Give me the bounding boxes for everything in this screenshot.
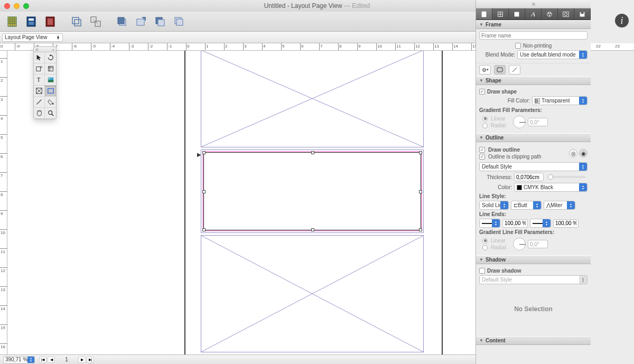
inspector-drag-handle[interactable]: [476, 0, 591, 8]
non-printing-checkbox[interactable]: [515, 43, 521, 49]
section-header-frame[interactable]: Frame: [476, 20, 591, 29]
shape-mode-line[interactable]: [509, 65, 520, 74]
svg-text:T: T: [37, 77, 41, 83]
view-mode-select[interactable]: Layout Page View ▲▼: [2, 33, 63, 42]
tools-palette[interactable]: « T: [33, 46, 57, 119]
grad-linear-radio[interactable]: [482, 116, 488, 122]
fill-color-select[interactable]: ⊠Transparent: [532, 96, 588, 105]
inspector-tab-geometry[interactable]: [492, 8, 509, 20]
shadow-style-select[interactable]: Default Style: [479, 275, 588, 284]
svg-line-42: [51, 114, 53, 116]
outline-grad-linear-radio[interactable]: [482, 238, 488, 244]
frame-options-gear[interactable]: ⚙▾: [479, 65, 491, 74]
tool-crop[interactable]: [45, 63, 56, 74]
resize-handle-se[interactable]: [419, 228, 422, 231]
tool-frame-edit[interactable]: [34, 63, 45, 74]
svg-rect-9: [29, 22, 34, 25]
thickness-slider[interactable]: [548, 176, 585, 178]
line-join-select[interactable]: ⋀ Miter: [544, 201, 575, 210]
resize-handle-w[interactable]: [202, 190, 206, 193]
grad-radial-radio[interactable]: [482, 123, 488, 128]
bring-forward-icon[interactable]: [133, 14, 149, 29]
draw-shadow-checkbox[interactable]: [479, 268, 485, 274]
page-first-button[interactable]: |◀: [39, 357, 46, 363]
tool-placeholder-x[interactable]: [34, 86, 45, 97]
resize-handle-nw[interactable]: [202, 151, 206, 154]
group-icon[interactable]: [69, 14, 85, 29]
resize-handle-e[interactable]: [419, 190, 422, 193]
send-backward-icon[interactable]: [152, 14, 168, 29]
inner-outline-toggle[interactable]: ◎: [569, 149, 577, 157]
outline-grad-radial-radio[interactable]: [482, 245, 488, 250]
zoom-select[interactable]: 390,71 %: [3, 356, 35, 363]
image-frame-middle-selected[interactable]: [203, 152, 421, 230]
thickness-input[interactable]: [514, 173, 544, 181]
inspector-tab-fill[interactable]: [509, 8, 525, 20]
send-back-icon[interactable]: [171, 14, 187, 29]
outline-grad-angle-input[interactable]: [528, 240, 548, 248]
bring-front-icon[interactable]: [114, 14, 130, 29]
blend-mode-select[interactable]: Use default blend mode: [517, 50, 588, 59]
draw-outline-checkbox[interactable]: ✓: [479, 147, 485, 153]
view-mode-label: Layout Page View: [5, 34, 47, 40]
resize-handle-n[interactable]: [311, 151, 314, 154]
clipping-path-checkbox[interactable]: ✓: [479, 154, 485, 160]
doc-page1-icon[interactable]: [4, 14, 20, 29]
resize-handle-sw[interactable]: [202, 228, 206, 231]
section-header-shadow[interactable]: Shadow: [476, 255, 591, 264]
inspector-tab-color[interactable]: [542, 8, 558, 20]
window-minimize-button[interactable]: [14, 3, 20, 9]
grad-angle-dial[interactable]: [513, 116, 526, 128]
line-cap-select[interactable]: ⊏ Butt: [511, 201, 542, 210]
resize-handle-ne[interactable]: [419, 151, 422, 154]
svg-rect-23: [176, 19, 183, 25]
tool-text[interactable]: T: [34, 74, 45, 86]
doc-page3-icon[interactable]: [42, 14, 58, 29]
fill-color-label: Fill Color:: [479, 98, 530, 104]
outer-outline-toggle[interactable]: ◉: [579, 149, 588, 157]
inspector-tab-image[interactable]: [558, 8, 574, 20]
svg-rect-28: [36, 67, 41, 71]
line-end-left-select[interactable]: [479, 219, 500, 228]
inspector-tab-text[interactable]: A: [525, 8, 542, 20]
page-next-button[interactable]: ▶: [78, 357, 86, 363]
ungroup-icon[interactable]: [88, 14, 104, 29]
canvas-area[interactable]: ▶: [7, 51, 476, 354]
section-header-content[interactable]: Content: [476, 336, 591, 345]
tool-image[interactable]: [45, 74, 56, 86]
window-zoom-button[interactable]: [23, 3, 29, 9]
line-style-select[interactable]: Solid Line: [479, 201, 509, 210]
inspector-tab-save[interactable]: [574, 8, 591, 20]
inspector-tab-frame[interactable]: [476, 8, 492, 20]
shadow-no-selection: No Selection: [479, 284, 588, 334]
draw-shape-checkbox[interactable]: ✓: [479, 89, 485, 95]
line-end-left-pct[interactable]: [502, 219, 528, 228]
frame-name-input[interactable]: [479, 31, 588, 40]
tool-select-arrow[interactable]: [34, 52, 45, 63]
image-frame-top[interactable]: [201, 51, 424, 147]
image-frame-bottom[interactable]: [201, 235, 424, 352]
svg-rect-38: [48, 89, 53, 94]
tool-rectangle[interactable]: [45, 86, 56, 97]
grad-angle-input[interactable]: [528, 118, 548, 126]
tool-fill-bucket[interactable]: [45, 97, 56, 108]
section-header-outline[interactable]: Outline: [476, 133, 591, 142]
line-end-right-pct[interactable]: [553, 219, 579, 228]
outline-style-select[interactable]: Default Style: [479, 162, 588, 171]
page-last-button[interactable]: ▶|: [87, 357, 94, 363]
doc-page2-icon[interactable]: [23, 14, 39, 29]
section-header-shape[interactable]: Shape: [476, 76, 591, 85]
tool-hand[interactable]: [34, 108, 45, 119]
outline-color-select[interactable]: CMYK Black: [514, 183, 588, 192]
outline-grad-dial[interactable]: [513, 238, 526, 250]
shape-mode-rect[interactable]: [494, 65, 506, 74]
tool-rotate[interactable]: [45, 52, 56, 63]
window-close-button[interactable]: [4, 3, 10, 9]
tools-palette-titlebar[interactable]: «: [34, 47, 56, 52]
line-end-right-select[interactable]: [530, 219, 551, 228]
resize-handle-s[interactable]: [311, 228, 314, 231]
tool-zoom[interactable]: [45, 108, 56, 119]
info-button[interactable]: i: [615, 14, 629, 27]
page-prev-button[interactable]: ◀: [48, 357, 55, 363]
tool-line[interactable]: [34, 97, 45, 108]
